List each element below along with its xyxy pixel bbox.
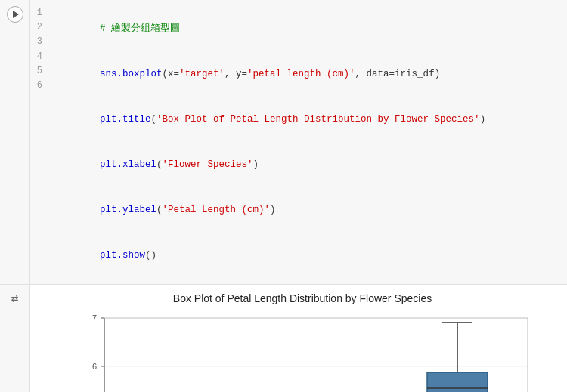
output-controls: ⇄ <box>0 285 30 392</box>
func-plt-show: plt.show <box>100 250 145 261</box>
svg-rect-37 <box>427 372 488 392</box>
code-line-3: plt.title('Box Plot of Petal Length Dist… <box>54 97 561 142</box>
func-sns-boxplot: sns.boxplot <box>100 69 163 79</box>
comment-1: # 繪製分組箱型圖 <box>100 23 180 34</box>
run-button[interactable] <box>7 6 23 23</box>
chart-inner: 7 6 5 4 3 <box>57 310 559 392</box>
svg-text:7: 7 <box>92 313 97 323</box>
func-plt-title: plt.title <box>100 114 151 125</box>
code-line-1: # 繪製分組箱型圖 <box>54 6 561 51</box>
chart-container: Box Plot of Petal Length Distribution by… <box>30 285 567 392</box>
chart-area: Petal Length (cm) 7 6 <box>45 310 559 392</box>
chart-svg: 7 6 5 4 3 <box>57 310 559 392</box>
func-plt-ylabel: plt.ylabel <box>100 205 156 215</box>
code-line-4: plt.xlabel('Flower Species') <box>54 142 561 187</box>
chart-title: Box Plot of Petal Length Distribution by… <box>45 292 559 304</box>
code-content: # 繪製分組箱型圖 sns.boxplot(x='target', y='pet… <box>48 0 567 284</box>
code-line-6: plt.show() <box>54 233 561 278</box>
func-plt-xlabel: plt.xlabel <box>100 159 156 170</box>
refresh-icon[interactable]: ⇄ <box>11 291 19 306</box>
y-axis-label: Petal Length (cm) <box>45 310 54 392</box>
code-line-5: plt.ylabel('Petal Length (cm)') <box>54 187 561 233</box>
code-area: 1 2 3 4 5 6 # 繪製分組箱型圖 sns.boxplot(x='tar… <box>0 0 567 285</box>
line-numbers: 1 2 3 4 5 6 <box>30 0 48 284</box>
notebook-cell: 1 2 3 4 5 6 # 繪製分組箱型圖 sns.boxplot(x='tar… <box>0 0 567 392</box>
svg-text:6: 6 <box>92 362 97 371</box>
code-line-2: sns.boxplot(x='target', y='petal length … <box>54 51 561 97</box>
output-area: ⇄ Box Plot of Petal Length Distribution … <box>0 285 567 392</box>
cell-controls <box>0 0 30 284</box>
